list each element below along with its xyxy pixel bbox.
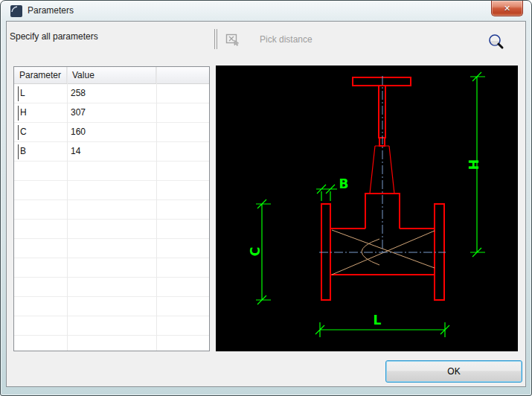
dimension-label-l: L bbox=[374, 313, 382, 328]
table-row-empty[interactable] bbox=[14, 239, 209, 258]
drawing-background bbox=[216, 66, 518, 351]
table-row[interactable]: C 160 bbox=[14, 123, 209, 142]
dialog-client-area: Specify all parameters Pick distance Par… bbox=[6, 21, 526, 387]
table-row-empty[interactable] bbox=[14, 316, 209, 336]
value-cell[interactable]: 160 bbox=[71, 127, 86, 137]
pick-distance-label: Pick distance bbox=[260, 34, 313, 45]
preview-panel[interactable]: H C B L bbox=[216, 66, 518, 351]
dimension-label-b: B bbox=[339, 176, 349, 191]
table-row-empty[interactable] bbox=[14, 200, 209, 220]
cell-caret bbox=[18, 86, 19, 101]
table-row[interactable]: H 307 bbox=[14, 103, 209, 123]
value-cell[interactable]: 258 bbox=[71, 88, 86, 98]
table-row-empty[interactable] bbox=[14, 278, 209, 297]
toolbar-separator bbox=[214, 29, 217, 49]
table-row-empty[interactable] bbox=[14, 220, 209, 239]
value-cell[interactable]: 14 bbox=[71, 146, 80, 156]
table-row-empty[interactable] bbox=[14, 258, 209, 278]
close-icon: ✕ bbox=[504, 4, 510, 13]
parameter-cell[interactable]: L bbox=[20, 88, 25, 98]
column-header-extra[interactable] bbox=[156, 67, 209, 83]
cell-caret bbox=[18, 106, 19, 121]
title-bar[interactable]: Parameters ✕ bbox=[1, 1, 531, 21]
cell-caret bbox=[18, 125, 19, 140]
instruction-label: Specify all parameters bbox=[10, 31, 98, 42]
app-icon bbox=[10, 5, 22, 17]
table-row-empty[interactable] bbox=[14, 297, 209, 316]
cell-caret bbox=[18, 144, 19, 159]
table-row-empty[interactable] bbox=[14, 181, 209, 200]
value-cell[interactable]: 307 bbox=[71, 107, 86, 118]
dimension-label-h: H bbox=[467, 159, 481, 170]
table-row-empty[interactable] bbox=[14, 336, 209, 351]
valve-drawing: H C B L bbox=[216, 66, 518, 351]
table-body: L 258 H 307 C 160 B 14 bbox=[14, 84, 209, 351]
dimension-label-c: C bbox=[248, 247, 263, 256]
close-button[interactable]: ✕ bbox=[491, 1, 523, 16]
table-header: Parameter Value bbox=[14, 67, 209, 84]
zoom-icon[interactable] bbox=[487, 33, 505, 51]
column-header-value[interactable]: Value bbox=[67, 67, 156, 83]
table-row[interactable]: B 14 bbox=[14, 142, 209, 162]
parameters-dialog: Parameters ✕ Specify all parameters Pick… bbox=[0, 0, 532, 396]
table-row[interactable]: L 258 bbox=[14, 84, 209, 103]
parameter-cell[interactable]: B bbox=[20, 146, 26, 156]
column-divider bbox=[67, 67, 68, 351]
column-header-parameter[interactable]: Parameter bbox=[14, 67, 67, 83]
window-title: Parameters bbox=[28, 5, 74, 16]
table-row-empty[interactable] bbox=[14, 162, 209, 181]
parameter-cell[interactable]: C bbox=[20, 127, 27, 137]
pick-distance-icon[interactable] bbox=[225, 32, 241, 48]
column-divider bbox=[156, 67, 157, 351]
ok-button[interactable]: OK bbox=[385, 360, 522, 383]
parameter-cell[interactable]: H bbox=[20, 107, 27, 118]
parameters-table: Parameter Value L 258 H 307 C 160 B 14 bbox=[13, 66, 210, 351]
